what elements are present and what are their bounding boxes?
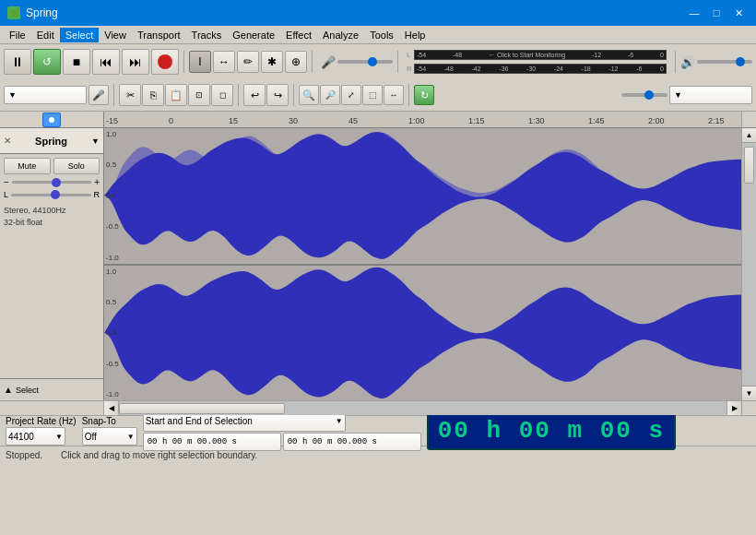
time-end-input[interactable]: 00 h 00 m 00.000 s (283, 433, 421, 451)
menu-transport[interactable]: Transport (132, 28, 186, 42)
speed-thumb[interactable] (644, 90, 654, 100)
output-volume-slider[interactable] (697, 60, 752, 64)
menu-view[interactable]: View (99, 28, 132, 42)
mic-input-area: 🎤 (321, 55, 393, 69)
y-label-b-neg-0-5: -0.5 (106, 360, 119, 368)
separator5 (113, 84, 114, 106)
menu-analyze[interactable]: Analyze (317, 28, 364, 42)
gain-row: − + (4, 177, 100, 187)
horizontal-scrollbar-area: ◀ ▶ (0, 400, 756, 415)
time-end-value: 00 h 00 m 00.000 s (288, 437, 377, 446)
snap-indicator (42, 113, 61, 127)
trim-button[interactable]: ⊡ (188, 84, 210, 106)
menu-effect[interactable]: Effect (280, 28, 317, 42)
y-label-0-0: 0.0 (106, 192, 119, 200)
gain-plus-button[interactable]: + (94, 177, 100, 187)
waveform-bottom-channel[interactable]: 1.0 0.5 0.0 -0.5 -1.0 (104, 266, 741, 401)
input-volume-thumb[interactable] (368, 57, 377, 66)
copy-button[interactable]: ⎘ (142, 84, 164, 106)
menu-help[interactable]: Help (399, 28, 431, 42)
track-dropdown[interactable]: ▼ (91, 137, 100, 146)
hscroll-thumb[interactable] (119, 403, 285, 414)
timeline-mark-0: 0 (169, 116, 173, 125)
vscroll-down-button[interactable]: ▼ (742, 386, 756, 400)
menu-tracks[interactable]: Tracks (186, 28, 228, 42)
project-rate-label: Project Rate (Hz) (6, 416, 77, 426)
output-volume-thumb[interactable] (736, 57, 745, 66)
input-volume-slider[interactable] (337, 60, 393, 64)
record-button[interactable] (151, 49, 179, 75)
pan-thumb[interactable] (51, 190, 60, 199)
gain-thumb[interactable] (52, 178, 61, 187)
fit-project-button[interactable]: ⤢ (341, 85, 361, 105)
input-device-dropdown[interactable]: ▼ (4, 86, 87, 104)
next-button[interactable]: ⏭ (122, 49, 149, 75)
selection-arrow: ▼ (336, 417, 343, 425)
prev-button[interactable]: ⏮ (92, 49, 120, 75)
loop-button[interactable]: ↺ (33, 49, 61, 75)
y-label-b-0-0: 0.0 (106, 328, 119, 337)
vscroll-track[interactable] (742, 143, 756, 386)
titlebar-left: 🌿 Spring (7, 6, 58, 19)
waveform-top-channel[interactable]: 1.0 0.5 0.0 -0.5 -1.0 (104, 128, 741, 266)
zoom-out-button[interactable]: 🔎 (320, 85, 340, 105)
hscroll-left-button[interactable]: ◀ (104, 401, 119, 415)
undo-button[interactable]: ↩ (243, 84, 266, 106)
collapse-button[interactable]: ▲ (4, 385, 13, 395)
y-label-neg-0-5: -0.5 (106, 222, 119, 231)
menu-generate[interactable]: Generate (227, 28, 280, 42)
mute-button[interactable]: Mute (4, 158, 51, 174)
track-panel: ✕ Spring ▼ Mute Solo − + L R (0, 128, 104, 400)
zoom-sel-button[interactable]: ⬚ (362, 85, 383, 105)
tool-envelope[interactable]: ↔ (213, 51, 235, 73)
tool-select[interactable]: I (189, 51, 211, 73)
close-button[interactable]: ✕ (728, 6, 749, 20)
track-name: Spring (35, 136, 67, 147)
menu-file[interactable]: File (4, 28, 31, 42)
cut-button[interactable]: ✂ (119, 84, 141, 106)
timeline-ticks[interactable]: -15 0 15 30 45 1:00 1:15 1:30 1:45 2:00 … (104, 112, 741, 128)
output-device-dropdown[interactable]: ▼ (669, 86, 752, 104)
snap-to-dropdown[interactable]: Off ▼ (82, 427, 137, 446)
silence-button[interactable]: ◻ (211, 84, 233, 106)
tool-draw[interactable]: ✏ (237, 51, 259, 73)
pan-slider[interactable] (11, 194, 90, 196)
timeline-mark-45: 45 (348, 116, 358, 125)
zoom-toggle-button[interactable]: ↔ (384, 85, 404, 105)
menu-select[interactable]: Select (60, 28, 100, 42)
sync-button[interactable]: ↻ (414, 85, 434, 105)
track-close-button[interactable]: ✕ (4, 136, 11, 146)
vu-right-bar[interactable]: -54 -48 -42 -36 -30 -24 -18 -12 -6 0 (414, 64, 667, 74)
hscroll-track[interactable] (119, 401, 726, 415)
menu-tools[interactable]: Tools (364, 28, 399, 42)
stop-button[interactable]: ■ (63, 49, 90, 75)
paste-button[interactable]: 📋 (165, 84, 187, 106)
separator4 (675, 51, 676, 73)
redo-button[interactable]: ↪ (266, 84, 289, 106)
pause-button[interactable]: ⏸ (4, 49, 31, 75)
solo-button[interactable]: Solo (53, 158, 100, 174)
input-settings-btn[interactable]: 🎤 (89, 85, 109, 105)
maximize-button[interactable]: □ (706, 6, 726, 20)
y-label-neg-1-0: -1.0 (106, 254, 119, 262)
vu-left-bar[interactable]: -54 -48 ← Click to Start Monitoring -12 … (414, 50, 667, 60)
timeline-marks-container: -15 0 15 30 45 1:00 1:15 1:30 1:45 2:00 … (104, 112, 741, 127)
minimize-button[interactable]: — (684, 6, 704, 20)
gain-minus-button[interactable]: − (4, 177, 9, 187)
hscroll-right-button[interactable]: ▶ (726, 401, 741, 415)
project-rate-dropdown[interactable]: 44100 ▼ (6, 427, 65, 446)
zoom-in-button[interactable]: 🔍 (299, 85, 319, 105)
waveform-display: 1.0 0.5 0.0 -0.5 -1.0 (104, 128, 741, 400)
vscroll-up-button[interactable]: ▲ (742, 128, 756, 143)
tool-multi[interactable]: ✱ (261, 51, 283, 73)
speed-slider[interactable] (621, 93, 667, 97)
vscroll-thumb[interactable] (744, 147, 754, 184)
gain-slider[interactable] (12, 181, 91, 184)
snap-to-arrow: ▼ (127, 433, 135, 441)
menu-edit[interactable]: Edit (31, 28, 60, 42)
time-start-input[interactable]: 00 h 00 m 00.000 s (143, 433, 281, 451)
tool-zoom[interactable]: ⊕ (285, 51, 307, 73)
select-label: Select (16, 386, 39, 395)
toolbar-row1: ⏸ ↺ ■ ⏮ ⏭ I ↔ ✏ ✱ ⊕ 🎤 L (0, 44, 756, 79)
snap-to-group: Snap-To Off ▼ (82, 416, 137, 446)
